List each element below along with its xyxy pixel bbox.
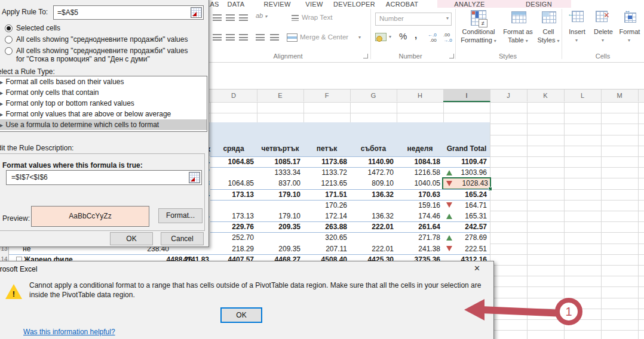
- ok-button[interactable]: OK: [110, 232, 153, 245]
- pivot-col-header[interactable]: четвъртък: [257, 142, 303, 155]
- format-preview-box: AaBbCcYyZz: [31, 206, 149, 227]
- cell[interactable]: 222.01: [350, 221, 394, 232]
- rule-type-arrow-icon: ►: [0, 112, 5, 118]
- cell-grand-total[interactable]: 1303.96: [443, 167, 487, 178]
- cell[interactable]: 174.46: [397, 211, 440, 221]
- rule-type-label: Use a formula to determine which cells t…: [5, 121, 159, 129]
- rule-type-option[interactable]: ► Format only values that are above or b…: [0, 109, 207, 119]
- apply-rule-to-label: Apply Rule To:: [2, 8, 48, 16]
- error-dialog-title: Microsoft Excel: [0, 265, 37, 273]
- selected-cell-value: 1028.43: [462, 178, 488, 189]
- cell-grand-total[interactable]: 242.57: [443, 221, 487, 232]
- kpi-down-icon: [446, 181, 452, 186]
- cell[interactable]: 179.10: [257, 189, 300, 200]
- annotation-number: 1: [565, 305, 572, 318]
- format-button[interactable]: Format...: [158, 208, 203, 223]
- cell[interactable]: 159.16: [397, 200, 440, 211]
- cell[interactable]: 837.00: [257, 178, 300, 189]
- cell-grand-total[interactable]: 164.71: [443, 200, 487, 211]
- rule-type-option[interactable]: ► Format only top or bottom ranked value…: [0, 98, 207, 109]
- edit-formatting-rule-dialog: Apply Rule To: =$A$5 Selected cellsAll c…: [0, 0, 209, 247]
- radio-1[interactable]: [5, 24, 13, 32]
- cell-grand-total[interactable]: 278.69: [443, 232, 487, 243]
- cell[interactable]: 172.14: [303, 211, 347, 221]
- cell[interactable]: 1133.72: [303, 167, 347, 178]
- cell[interactable]: 209.35: [257, 221, 300, 232]
- pivot-col-header[interactable]: Grand Total: [443, 142, 490, 155]
- cell[interactable]: 218.29: [210, 244, 254, 254]
- excel-error-dialog: Microsoft Excel ✕ ! Cannot apply a condi…: [0, 261, 494, 339]
- formula-label: Format values where this formula is true…: [2, 161, 143, 170]
- rule-description-groupbox: Format values where this formula is true…: [0, 153, 205, 231]
- radio-3[interactable]: [5, 47, 13, 55]
- cell[interactable]: 1064.85: [210, 178, 254, 189]
- cell-grand-total[interactable]: 165.31: [443, 211, 487, 221]
- cell[interactable]: 261.64: [397, 221, 440, 232]
- rule-type-list[interactable]: ► Format all cells based on their values…: [0, 76, 207, 132]
- cell[interactable]: 1173.68: [303, 156, 347, 167]
- cell[interactable]: 171.51: [303, 189, 347, 200]
- cell[interactable]: 263.88: [303, 221, 347, 232]
- help-feedback-link[interactable]: Was this information helpful?: [23, 328, 115, 336]
- rule-type-label: Format only cells that contain: [5, 88, 99, 97]
- rule-type-label: Format all cells based on their values: [5, 78, 124, 86]
- cell-grand-total[interactable]: 222.51: [443, 244, 487, 254]
- cell[interactable]: 1064.85: [210, 156, 254, 167]
- cell[interactable]: 207.11: [303, 244, 347, 254]
- cell[interactable]: 271.78: [397, 232, 440, 243]
- formula-value: =$I$7<$I$6: [11, 173, 48, 181]
- cell[interactable]: 1213.65: [303, 178, 347, 189]
- cell-grand-total[interactable]: 1109.47: [443, 156, 487, 167]
- rule-type-option[interactable]: ► Use a formula to determine which cells…: [0, 119, 207, 130]
- cell[interactable]: 1472.70: [350, 167, 394, 178]
- cell[interactable]: 1084.18: [397, 156, 440, 167]
- cell[interactable]: 229.76: [210, 221, 254, 232]
- cell[interactable]: 173.13: [210, 211, 254, 221]
- rule-type-arrow-icon: ►: [0, 101, 5, 107]
- pivot-col-header[interactable]: събота: [350, 142, 397, 155]
- radio-label-1: Selected cells: [16, 24, 197, 32]
- cell[interactable]: 179.10: [257, 211, 300, 221]
- range-selector-icon[interactable]: [189, 172, 200, 183]
- gridline: [638, 102, 639, 339]
- rule-type-label: Select a Rule Type:: [0, 67, 55, 76]
- apply-rule-to-value: =$A$5: [57, 8, 78, 17]
- rule-type-option[interactable]: ► Format only cells that contain: [0, 87, 207, 98]
- range-selector-icon[interactable]: [191, 7, 202, 18]
- preview-text: AaBbCcYyZz: [69, 212, 111, 220]
- warning-icon: !: [5, 284, 22, 299]
- error-message: Cannot apply a conditional format to a r…: [29, 281, 482, 300]
- cell[interactable]: 170.63: [397, 189, 440, 200]
- radio-2[interactable]: [5, 36, 13, 44]
- cell[interactable]: 1085.17: [257, 156, 300, 167]
- apply-rule-to-input[interactable]: =$A$5: [53, 5, 204, 20]
- pivot-col-header[interactable]: неделя: [397, 142, 443, 155]
- arrow-head-icon: [464, 299, 484, 320]
- gridline: [601, 102, 602, 339]
- cell[interactable]: 136.32: [350, 211, 394, 221]
- cell[interactable]: 1040.05: [397, 178, 440, 189]
- cell[interactable]: 136.32: [350, 189, 394, 200]
- cell[interactable]: 173.13: [210, 189, 254, 200]
- pivot-col-header[interactable]: петък: [303, 142, 350, 155]
- rule-type-arrow-icon: ►: [0, 79, 5, 85]
- cell-grand-total[interactable]: 165.24: [443, 189, 487, 200]
- cell[interactable]: 1216.58: [397, 167, 440, 178]
- cell[interactable]: 809.10: [350, 178, 394, 189]
- cell[interactable]: 222.01: [350, 244, 394, 254]
- cell[interactable]: 320.65: [303, 232, 347, 243]
- cell[interactable]: 252.70: [210, 232, 254, 243]
- cell[interactable]: 170.26: [303, 200, 347, 211]
- rule-type-arrow-icon: ►: [0, 122, 5, 128]
- cell[interactable]: 241.38: [397, 244, 440, 254]
- cell[interactable]: 1333.34: [257, 167, 300, 178]
- cell[interactable]: 1140.90: [350, 156, 394, 167]
- formula-input[interactable]: =$I$7<$I$6: [6, 170, 202, 185]
- selected-cell[interactable]: 1028.43: [442, 177, 491, 190]
- close-icon[interactable]: ✕: [474, 264, 480, 273]
- cell[interactable]: 209.35: [257, 244, 300, 254]
- rule-type-option[interactable]: ► Format all cells based on their values: [0, 76, 207, 87]
- error-ok-button[interactable]: OK: [220, 307, 262, 323]
- cancel-button[interactable]: Cancel: [161, 232, 204, 245]
- pivot-col-header[interactable]: сряда: [210, 142, 257, 155]
